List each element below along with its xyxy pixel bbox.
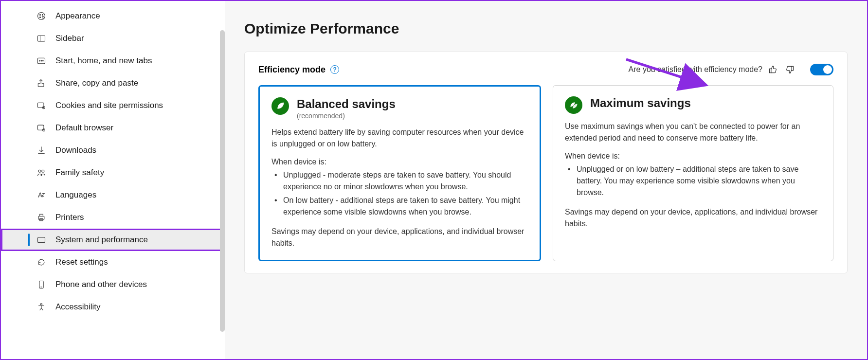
- efficiency-card: Efficiency mode ? Are you satisfied with…: [244, 52, 848, 273]
- efficiency-toggle[interactable]: [810, 64, 833, 75]
- accessibility-icon: [36, 302, 47, 312]
- sidebar-item-label: Phone and other devices: [55, 280, 147, 289]
- svg-point-9: [43, 60, 44, 61]
- start-home-icon: [36, 55, 47, 66]
- sidebar-item-label: Default browser: [55, 123, 113, 133]
- sidebar-scrollbar[interactable]: [220, 30, 225, 332]
- balanced-subtitle: (recommended): [297, 112, 396, 120]
- share-icon: [36, 78, 47, 89]
- svg-rect-19: [40, 214, 43, 216]
- sidebar-item-label: Cookies and site permissions: [55, 101, 163, 110]
- maximum-description: Use maximum savings when you can't be co…: [565, 121, 821, 144]
- appearance-icon: [36, 11, 47, 21]
- sidebar-item-share-copy[interactable]: Share, copy and paste: [1, 72, 225, 94]
- sidebar-item-label: Share, copy and paste: [55, 78, 138, 88]
- thumbs-up-button[interactable]: [767, 64, 779, 75]
- balanced-description: Helps extend battery life by saving comp…: [271, 126, 528, 150]
- settings-sidebar: Appearance Sidebar Start, home, and new …: [1, 1, 225, 359]
- sidebar-item-label: Family safety: [55, 168, 104, 178]
- family-icon: [36, 167, 47, 178]
- sidebar-item-label: Downloads: [55, 145, 96, 155]
- printers-icon: [36, 212, 47, 223]
- sidebar-item-phone[interactable]: Phone and other devices: [1, 273, 225, 296]
- sidebar-item-label: Accessibility: [55, 302, 101, 312]
- sidebar-item-cookies[interactable]: Cookies and site permissions: [1, 94, 225, 117]
- sidebar-item-languages[interactable]: Languages: [1, 184, 225, 206]
- sidebar-item-label: System and performance: [55, 235, 148, 245]
- svg-rect-21: [38, 237, 45, 242]
- maximum-bullet: Unplugged or on low battery – additional…: [565, 163, 821, 198]
- maximum-when-label: When device is:: [565, 152, 821, 161]
- svg-point-8: [41, 60, 42, 61]
- svg-point-2: [42, 15, 43, 16]
- sidebar-item-label: Reset settings: [55, 257, 108, 267]
- svg-point-7: [39, 60, 40, 61]
- sidebar-item-label: Start, home, and new tabs: [55, 56, 152, 66]
- help-icon[interactable]: ?: [330, 65, 339, 74]
- sidebar-item-label: Languages: [55, 190, 96, 200]
- sidebar-item-printers[interactable]: Printers: [1, 206, 225, 229]
- phone-icon: [36, 279, 47, 290]
- sidebar-item-accessibility[interactable]: Accessibility: [1, 296, 225, 318]
- svg-point-25: [40, 304, 42, 305]
- languages-icon: [36, 190, 47, 200]
- maximum-title: Maximum savings: [590, 96, 691, 110]
- sidebar-icon: [36, 33, 47, 44]
- svg-rect-4: [38, 36, 45, 41]
- reset-icon: [36, 257, 47, 268]
- system-icon: [36, 234, 47, 245]
- balanced-bullet: Unplugged - moderate steps are taken to …: [271, 169, 528, 193]
- balanced-title: Balanced savings: [297, 97, 396, 111]
- sidebar-item-start-home[interactable]: Start, home, and new tabs: [1, 50, 225, 72]
- efficiency-mode-title: Efficiency mode: [258, 65, 326, 75]
- svg-point-15: [38, 170, 41, 172]
- balanced-bullets: Unplugged - moderate steps are taken to …: [271, 169, 528, 218]
- sidebar-item-label: Printers: [55, 213, 84, 222]
- balanced-savings-option[interactable]: Balanced savings (recommended) Helps ext…: [258, 85, 541, 261]
- sidebar-item-downloads[interactable]: Downloads: [1, 139, 225, 162]
- sidebar-item-reset[interactable]: Reset settings: [1, 251, 225, 273]
- sidebar-item-label: Appearance: [55, 11, 100, 21]
- svg-point-0: [38, 13, 45, 20]
- sidebar-item-default-browser[interactable]: Default browser: [1, 117, 225, 139]
- svg-rect-18: [38, 216, 44, 220]
- balanced-bullet: On low battery - additional steps are ta…: [271, 195, 528, 218]
- downloads-icon: [36, 145, 47, 156]
- sidebar-item-family[interactable]: Family safety: [1, 162, 225, 184]
- sidebar-item-sidebar[interactable]: Sidebar: [1, 27, 225, 50]
- thumbs-down-button[interactable]: [784, 64, 796, 75]
- sidebar-item-appearance[interactable]: Appearance: [1, 5, 225, 27]
- svg-point-16: [42, 170, 44, 172]
- balanced-footer: Savings may depend on your device, appli…: [271, 226, 528, 249]
- cookies-icon: [36, 100, 47, 111]
- maximum-savings-option[interactable]: Maximum savings Use maximum savings when…: [553, 85, 833, 261]
- feedback-prompt: Are you satisfied with efficiency mode?: [629, 65, 762, 74]
- sidebar-item-label: Sidebar: [55, 34, 84, 43]
- svg-point-3: [40, 17, 41, 18]
- card-header: Efficiency mode ? Are you satisfied with…: [258, 64, 833, 75]
- default-browser-icon: [36, 123, 47, 133]
- main-content: Optimize Performance Efficiency mode ? A…: [225, 1, 867, 359]
- leaf-icon: [271, 97, 289, 115]
- svg-point-1: [40, 15, 41, 16]
- balanced-when-label: When device is:: [271, 158, 528, 166]
- sidebar-item-system-performance[interactable]: System and performance: [1, 229, 225, 251]
- maximum-bullets: Unplugged or on low battery – additional…: [565, 163, 821, 198]
- leaves-icon: [565, 96, 582, 114]
- section-title: Optimize Performance: [244, 20, 848, 37]
- maximum-footer: Savings may depend on your device, appli…: [565, 206, 821, 230]
